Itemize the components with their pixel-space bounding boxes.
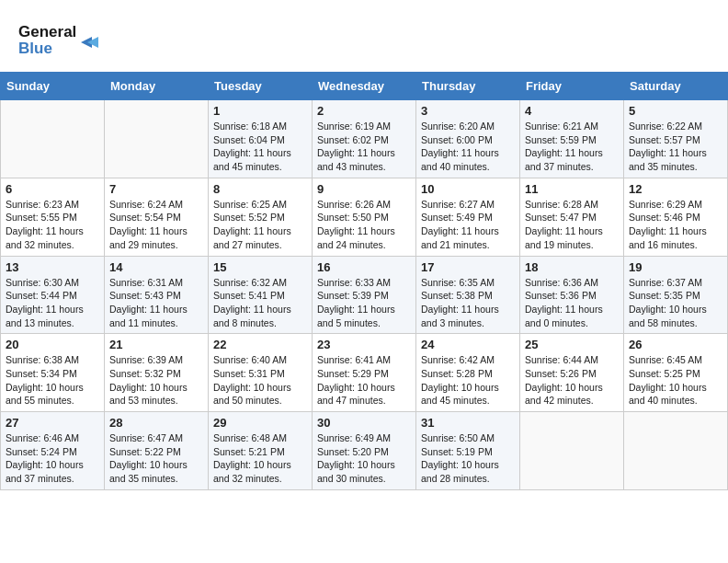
cell-sun-info: Sunrise: 6:42 AMSunset: 5:28 PMDaylight:… [421,353,515,408]
calendar-cell: 10Sunrise: 6:27 AMSunset: 5:49 PMDayligh… [416,178,520,256]
day-number: 25 [525,338,619,351]
calendar-cell: 15Sunrise: 6:32 AMSunset: 5:41 PMDayligh… [209,256,313,334]
calendar-cell: 13Sunrise: 6:30 AMSunset: 5:44 PMDayligh… [1,256,105,334]
weekday-header: Sunday [1,73,105,100]
cell-sun-info: Sunrise: 6:38 AMSunset: 5:34 PMDaylight:… [6,353,99,408]
cell-sun-info: Sunrise: 6:46 AMSunset: 5:24 PMDaylight:… [6,431,99,486]
calendar-cell [624,412,728,490]
calendar-week-row: 1Sunrise: 6:18 AMSunset: 6:04 PMDaylight… [1,100,728,178]
day-number: 23 [317,338,411,351]
calendar-cell: 9Sunrise: 6:26 AMSunset: 5:50 PMDaylight… [313,178,416,256]
calendar-week-row: 20Sunrise: 6:38 AMSunset: 5:34 PMDayligh… [1,334,728,412]
calendar-cell: 19Sunrise: 6:37 AMSunset: 5:35 PMDayligh… [624,256,728,334]
calendar-cell: 21Sunrise: 6:39 AMSunset: 5:32 PMDayligh… [105,334,209,412]
cell-sun-info: Sunrise: 6:36 AMSunset: 5:36 PMDaylight:… [525,276,619,330]
day-number: 7 [109,182,203,196]
day-number: 1 [213,104,307,118]
svg-text:Blue: Blue [18,40,52,57]
day-number: 12 [629,182,722,196]
day-number: 9 [317,182,411,196]
weekday-header: Friday [520,73,624,100]
weekday-header: Saturday [624,73,728,100]
cell-sun-info: Sunrise: 6:21 AMSunset: 5:59 PMDaylight:… [525,120,619,174]
day-number: 13 [6,260,99,274]
calendar-week-row: 6Sunrise: 6:23 AMSunset: 5:55 PMDaylight… [1,178,728,256]
weekday-header-row: SundayMondayTuesdayWednesdayThursdayFrid… [1,73,728,100]
calendar-cell: 7Sunrise: 6:24 AMSunset: 5:54 PMDaylight… [105,178,209,256]
calendar-cell: 12Sunrise: 6:29 AMSunset: 5:46 PMDayligh… [624,178,728,256]
cell-sun-info: Sunrise: 6:33 AMSunset: 5:39 PMDaylight:… [317,276,411,330]
day-number: 10 [421,182,515,196]
weekday-header: Wednesday [313,73,416,100]
day-number: 30 [317,416,411,430]
cell-sun-info: Sunrise: 6:24 AMSunset: 5:54 PMDaylight:… [109,198,203,252]
calendar-cell: 25Sunrise: 6:44 AMSunset: 5:26 PMDayligh… [520,334,624,412]
calendar-week-row: 27Sunrise: 6:46 AMSunset: 5:24 PMDayligh… [1,412,728,490]
calendar-cell: 4Sunrise: 6:21 AMSunset: 5:59 PMDaylight… [520,100,624,178]
cell-sun-info: Sunrise: 6:41 AMSunset: 5:29 PMDaylight:… [317,353,411,408]
day-number: 21 [109,338,203,351]
cell-sun-info: Sunrise: 6:30 AMSunset: 5:44 PMDaylight:… [6,276,99,330]
calendar-cell: 5Sunrise: 6:22 AMSunset: 5:57 PMDaylight… [624,100,728,178]
day-number: 31 [421,416,515,430]
calendar-cell [105,100,209,178]
day-number: 3 [421,104,515,118]
cell-sun-info: Sunrise: 6:23 AMSunset: 5:55 PMDaylight:… [6,198,99,252]
cell-sun-info: Sunrise: 6:22 AMSunset: 5:57 PMDaylight:… [629,120,722,174]
cell-sun-info: Sunrise: 6:31 AMSunset: 5:43 PMDaylight:… [109,276,203,330]
logo-svg: General Blue [18,17,101,63]
calendar-cell: 29Sunrise: 6:48 AMSunset: 5:21 PMDayligh… [209,412,313,490]
cell-sun-info: Sunrise: 6:40 AMSunset: 5:31 PMDaylight:… [213,353,307,408]
day-number: 4 [525,104,619,118]
calendar-cell: 6Sunrise: 6:23 AMSunset: 5:55 PMDaylight… [1,178,105,256]
calendar-cell: 22Sunrise: 6:40 AMSunset: 5:31 PMDayligh… [209,334,313,412]
weekday-header: Thursday [416,73,520,100]
calendar-week-row: 13Sunrise: 6:30 AMSunset: 5:44 PMDayligh… [1,256,728,334]
cell-sun-info: Sunrise: 6:37 AMSunset: 5:35 PMDaylight:… [629,276,722,330]
day-number: 15 [213,260,307,274]
cell-sun-info: Sunrise: 6:48 AMSunset: 5:21 PMDaylight:… [213,431,307,486]
day-number: 29 [213,416,307,430]
calendar-cell: 28Sunrise: 6:47 AMSunset: 5:22 PMDayligh… [105,412,209,490]
calendar-cell: 26Sunrise: 6:45 AMSunset: 5:25 PMDayligh… [624,334,728,412]
calendar-cell: 3Sunrise: 6:20 AMSunset: 6:00 PMDaylight… [416,100,520,178]
cell-sun-info: Sunrise: 6:20 AMSunset: 6:00 PMDaylight:… [421,120,515,174]
svg-text:General: General [18,23,76,40]
calendar-cell: 23Sunrise: 6:41 AMSunset: 5:29 PMDayligh… [313,334,416,412]
calendar-table: SundayMondayTuesdayWednesdayThursdayFrid… [0,72,728,490]
calendar-cell: 17Sunrise: 6:35 AMSunset: 5:38 PMDayligh… [416,256,520,334]
calendar-cell: 2Sunrise: 6:19 AMSunset: 6:02 PMDaylight… [313,100,416,178]
header: General Blue [0,0,728,72]
calendar-cell: 8Sunrise: 6:25 AMSunset: 5:52 PMDaylight… [209,178,313,256]
calendar-cell: 31Sunrise: 6:50 AMSunset: 5:19 PMDayligh… [416,412,520,490]
cell-sun-info: Sunrise: 6:49 AMSunset: 5:20 PMDaylight:… [317,431,411,486]
day-number: 28 [109,416,203,430]
cell-sun-info: Sunrise: 6:47 AMSunset: 5:22 PMDaylight:… [109,431,203,486]
cell-sun-info: Sunrise: 6:26 AMSunset: 5:50 PMDaylight:… [317,198,411,252]
calendar-cell: 14Sunrise: 6:31 AMSunset: 5:43 PMDayligh… [105,256,209,334]
day-number: 11 [525,182,619,196]
cell-sun-info: Sunrise: 6:45 AMSunset: 5:25 PMDaylight:… [629,353,722,408]
cell-sun-info: Sunrise: 6:18 AMSunset: 6:04 PMDaylight:… [213,120,307,174]
day-number: 26 [629,338,722,351]
cell-sun-info: Sunrise: 6:28 AMSunset: 5:47 PMDaylight:… [525,198,619,252]
calendar-cell: 20Sunrise: 6:38 AMSunset: 5:34 PMDayligh… [1,334,105,412]
cell-sun-info: Sunrise: 6:29 AMSunset: 5:46 PMDaylight:… [629,198,722,252]
day-number: 19 [629,260,722,274]
day-number: 22 [213,338,307,351]
day-number: 2 [317,104,411,118]
calendar-cell: 11Sunrise: 6:28 AMSunset: 5:47 PMDayligh… [520,178,624,256]
day-number: 20 [6,338,99,351]
day-number: 6 [6,182,99,196]
cell-sun-info: Sunrise: 6:35 AMSunset: 5:38 PMDaylight:… [421,276,515,330]
calendar-cell: 18Sunrise: 6:36 AMSunset: 5:36 PMDayligh… [520,256,624,334]
calendar-cell: 27Sunrise: 6:46 AMSunset: 5:24 PMDayligh… [1,412,105,490]
cell-sun-info: Sunrise: 6:27 AMSunset: 5:49 PMDaylight:… [421,198,515,252]
weekday-header: Tuesday [209,73,313,100]
cell-sun-info: Sunrise: 6:25 AMSunset: 5:52 PMDaylight:… [213,198,307,252]
calendar-cell [1,100,105,178]
calendar-cell [520,412,624,490]
calendar-cell: 1Sunrise: 6:18 AMSunset: 6:04 PMDaylight… [209,100,313,178]
cell-sun-info: Sunrise: 6:19 AMSunset: 6:02 PMDaylight:… [317,120,411,174]
day-number: 8 [213,182,307,196]
